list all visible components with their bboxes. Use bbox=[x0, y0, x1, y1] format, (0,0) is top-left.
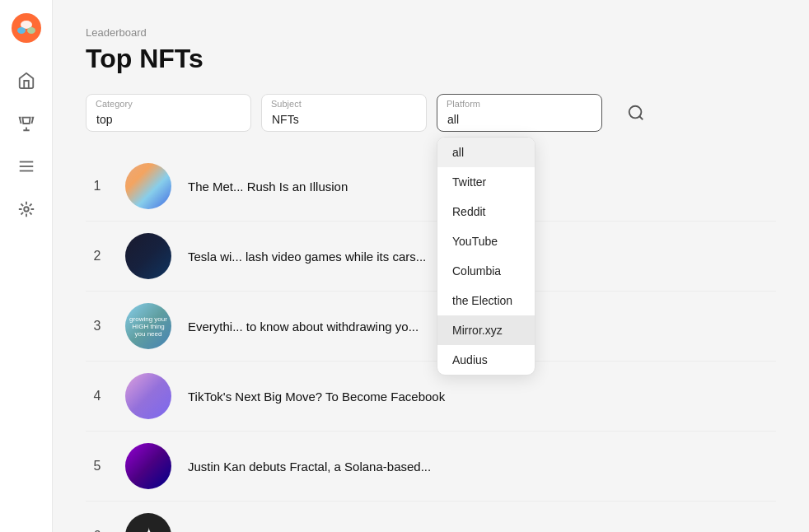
list-item[interactable]: 6 ✦ 'The Internet Is on Fire' bbox=[86, 502, 776, 532]
dropdown-option-election[interactable]: the Election bbox=[437, 286, 535, 315]
category-filter: Category bbox=[86, 94, 251, 132]
sidebar-item-leaderboard[interactable] bbox=[15, 112, 38, 135]
item-title-2: Tesla wi... lash video games while its c… bbox=[188, 248, 426, 265]
platform-input[interactable] bbox=[437, 94, 602, 132]
svg-line-9 bbox=[639, 116, 643, 119]
platform-dropdown: all Twitter Reddit YouTube Columbia the … bbox=[437, 137, 535, 376]
item-title-5: Justin Kan debuts Fractal, a Solana-base… bbox=[188, 458, 431, 475]
thumbnail-2 bbox=[125, 233, 171, 279]
dropdown-option-columbia[interactable]: Columbia bbox=[437, 256, 535, 286]
breadcrumb: Leaderboard bbox=[86, 26, 776, 39]
main-content: Leaderboard Top NFTs Category Subject Pl… bbox=[53, 0, 809, 532]
rank-2: 2 bbox=[86, 249, 109, 264]
page-title: Top NFTs bbox=[86, 44, 776, 74]
svg-point-8 bbox=[629, 106, 642, 119]
dropdown-option-youtube[interactable]: YouTube bbox=[437, 226, 535, 256]
item-title-4: TikTok's Next Big Move? To Become Facebo… bbox=[188, 388, 445, 405]
list-item[interactable]: 5 Justin Kan debuts Fractal, a Solana-ba… bbox=[86, 432, 776, 502]
leaderboard-list: 1 The Met... Rush Is an Illusion 2 Tesla… bbox=[86, 152, 776, 532]
dropdown-option-all[interactable]: all bbox=[437, 138, 535, 167]
item-title-3: Everythi... to know about withdrawing yo… bbox=[188, 318, 419, 335]
dropdown-option-audius[interactable]: Audius bbox=[437, 345, 535, 375]
filters-row: Category Subject Platform all Twitter Re… bbox=[86, 94, 776, 132]
dropdown-option-reddit[interactable]: Reddit bbox=[437, 197, 535, 226]
platform-filter: Platform all Twitter Reddit YouTube Colu… bbox=[437, 94, 602, 132]
rank-3: 3 bbox=[86, 319, 109, 334]
list-item[interactable]: 2 Tesla wi... lash video games while its… bbox=[86, 222, 776, 292]
thumbnail-1 bbox=[125, 163, 171, 209]
list-item[interactable]: 4 TikTok's Next Big Move? To Become Face… bbox=[86, 362, 776, 432]
sidebar-item-home[interactable] bbox=[15, 69, 38, 92]
sidebar-item-plugin[interactable] bbox=[15, 198, 38, 221]
search-icon bbox=[627, 104, 645, 122]
thumbnail-3: growing your HIGH thing you need bbox=[125, 303, 171, 349]
thumbnail-4 bbox=[125, 373, 171, 419]
svg-point-3 bbox=[27, 27, 35, 34]
dropdown-option-mirror[interactable]: Mirror.xyz bbox=[437, 315, 535, 345]
subject-input[interactable] bbox=[261, 94, 427, 132]
list-item[interactable]: 1 The Met... Rush Is an Illusion bbox=[86, 152, 776, 222]
rank-4: 4 bbox=[86, 389, 109, 404]
svg-point-2 bbox=[17, 27, 26, 34]
dropdown-option-twitter[interactable]: Twitter bbox=[437, 167, 535, 197]
star-icon: ✦ bbox=[139, 523, 158, 533]
search-button[interactable] bbox=[619, 96, 653, 130]
app-logo[interactable] bbox=[12, 13, 41, 43]
item-title-1: The Met... Rush Is an Illusion bbox=[188, 178, 348, 195]
list-item[interactable]: 3 growing your HIGH thing you need Every… bbox=[86, 292, 776, 362]
rank-6: 6 bbox=[86, 529, 109, 532]
rank-1: 1 bbox=[86, 179, 109, 194]
item-title-6: 'The Internet Is on Fire' bbox=[188, 528, 314, 533]
thumbnail-6: ✦ bbox=[125, 513, 171, 532]
rank-5: 5 bbox=[86, 459, 109, 474]
category-input[interactable] bbox=[86, 94, 251, 132]
sidebar bbox=[0, 0, 53, 532]
thumbnail-5 bbox=[125, 443, 171, 489]
subject-filter: Subject bbox=[261, 94, 427, 132]
sidebar-item-feed[interactable] bbox=[15, 155, 38, 178]
svg-point-7 bbox=[24, 207, 29, 212]
